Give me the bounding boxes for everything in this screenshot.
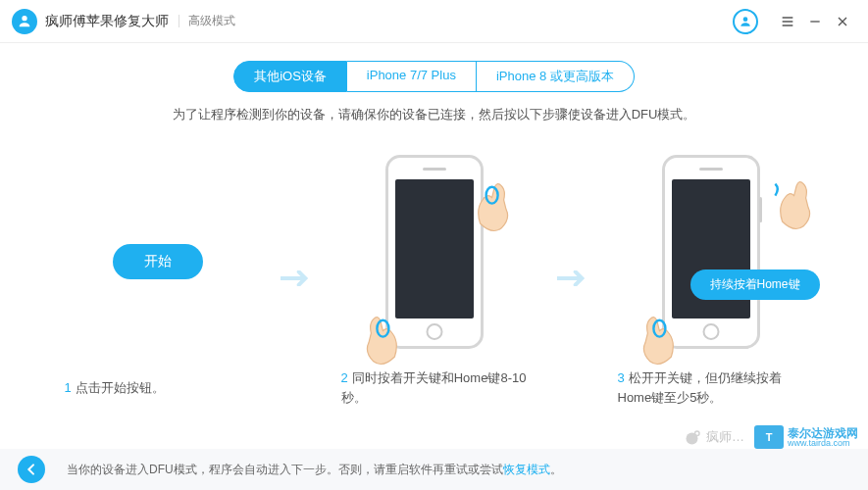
- finger-power-icon: [471, 176, 518, 235]
- close-icon[interactable]: [829, 8, 856, 35]
- steps-container: 开始 1点击开始按钮。 2同时按着开关键和Home键8-10秒。: [0, 149, 868, 407]
- step-1: 开始 1点击开始按钮。: [65, 159, 251, 398]
- step-2-label: 2同时按着开关键和Home键8-10秒。: [341, 368, 528, 407]
- recovery-mode-link[interactable]: 恢复模式: [503, 463, 550, 476]
- mode-label: 高级模式: [179, 13, 235, 29]
- step-2: 2同时按着开关键和Home键8-10秒。: [341, 149, 528, 407]
- footer-bar: 当你的设备进入DFU模式，程序会自动进入下一步。否则，请重启软件再重试或尝试恢复…: [0, 449, 868, 490]
- tab-iphone8[interactable]: iPhone 8 或更高版本: [477, 61, 635, 92]
- svg-point-5: [687, 433, 698, 445]
- app-logo-icon: [12, 9, 37, 34]
- titlebar: 疯师傅苹果修复大师 高级模式: [0, 0, 868, 43]
- svg-point-6: [695, 431, 700, 436]
- start-button[interactable]: 开始: [113, 244, 203, 279]
- device-tabs: 其他iOS设备 iPhone 7/7 Plus iPhone 8 或更高版本: [0, 61, 868, 92]
- step-2-text: 同时按着开关键和Home键8-10秒。: [341, 370, 527, 405]
- back-button[interactable]: [18, 456, 45, 483]
- finger-home-icon: [357, 310, 404, 368]
- svg-point-1: [743, 17, 748, 22]
- step-1-text: 点击开始按钮。: [76, 380, 165, 395]
- user-avatar-icon[interactable]: [733, 9, 758, 34]
- hold-home-label: 持续按着Home键: [690, 270, 820, 300]
- step-1-label: 1点击开始按钮。: [65, 378, 251, 398]
- watermark: 疯师… T 泰尔达游戏网 www.tairda.com: [685, 425, 858, 449]
- svg-point-0: [22, 16, 26, 21]
- step-2-number: 2: [341, 370, 348, 385]
- step-3: 持续按着Home键 3松开开关键，但仍继续按着Home键至少5秒。: [618, 149, 804, 407]
- finger-home-icon: [634, 310, 681, 368]
- tab-other-ios[interactable]: 其他iOS设备: [233, 61, 347, 92]
- footer-text: 当你的设备进入DFU模式，程序会自动进入下一步。否则，请重启软件再重试或尝试恢复…: [67, 462, 562, 478]
- finger-release-icon: [773, 174, 820, 233]
- step-1-number: 1: [65, 380, 72, 395]
- arrow-icon: [281, 269, 312, 288]
- step-3-number: 3: [618, 370, 625, 385]
- site-logo-icon: T: [754, 425, 784, 449]
- step-3-label: 3松开开关键，但仍继续按着Home键至少5秒。: [618, 368, 804, 407]
- tab-iphone7[interactable]: iPhone 7/7 Plus: [347, 61, 477, 92]
- minimize-icon[interactable]: [801, 8, 829, 35]
- menu-icon[interactable]: [774, 8, 801, 35]
- site-watermark: T 泰尔达游戏网 www.tairda.com: [754, 425, 858, 449]
- step-3-text: 松开开关键，但仍继续按着Home键至少5秒。: [618, 370, 782, 405]
- arrow-icon: [557, 269, 588, 288]
- instruction-subtitle: 为了让程序检测到你的设备，请确保你的设备已连接，然后按以下步骤使设备进入DFU模…: [0, 106, 868, 123]
- app-title: 疯师傅苹果修复大师: [45, 13, 169, 30]
- weibo-watermark: 疯师…: [685, 428, 744, 446]
